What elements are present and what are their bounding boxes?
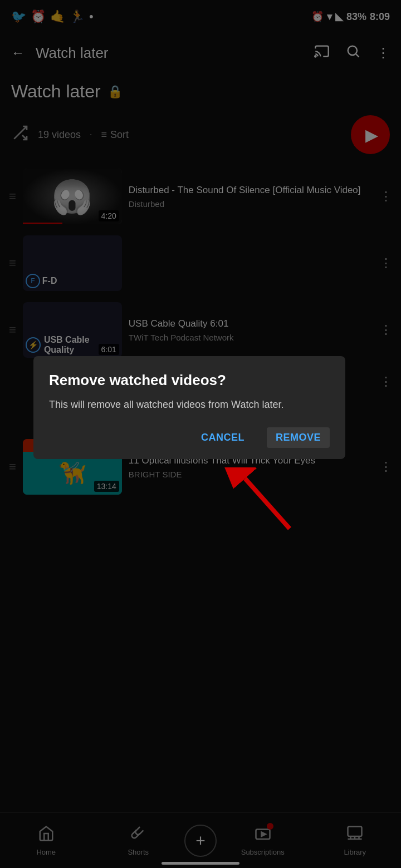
- remove-button[interactable]: REMOVE: [267, 427, 330, 448]
- dialog-title: Remove watched videos?: [49, 372, 330, 389]
- dialog-actions: CANCEL REMOVE: [49, 427, 330, 448]
- remove-watched-dialog: Remove watched videos? This will remove …: [33, 356, 345, 459]
- dialog-body: This will remove all watched videos from…: [49, 398, 330, 412]
- cancel-button[interactable]: CANCEL: [192, 427, 253, 448]
- dialog-overlay: Remove watched videos? This will remove …: [0, 0, 401, 868]
